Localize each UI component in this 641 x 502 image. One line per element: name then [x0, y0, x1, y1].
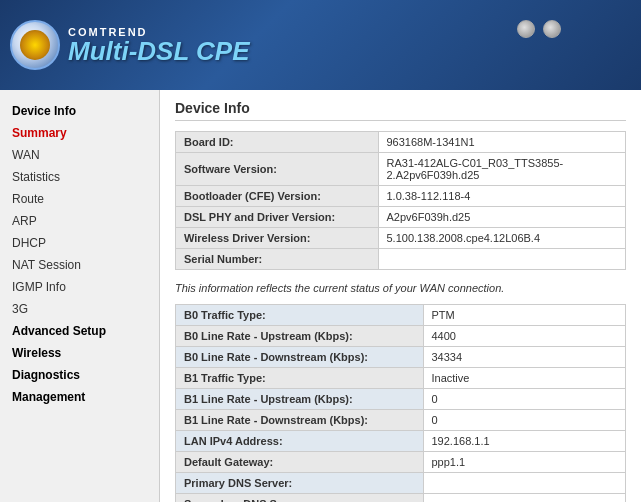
info-value	[378, 249, 626, 270]
content-area: Device Info Board ID:963168M-1341N1Softw…	[160, 90, 641, 502]
status-label: B1 Line Rate - Upstream (Kbps):	[176, 389, 424, 410]
sidebar-item-3g[interactable]: 3G	[0, 298, 159, 320]
main-container: Device InfoSummaryWANStatisticsRouteARPD…	[0, 90, 641, 502]
info-label: Bootloader (CFE) Version:	[176, 186, 379, 207]
table-row: B0 Traffic Type:PTM	[176, 305, 626, 326]
status-value	[423, 494, 626, 503]
header: COMTREND Multi-DSL CPE	[0, 0, 641, 90]
status-value	[423, 473, 626, 494]
sidebar-item-route[interactable]: Route	[0, 188, 159, 210]
sidebar-item-summary[interactable]: Summary	[0, 122, 159, 144]
table-row: Primary DNS Server:	[176, 473, 626, 494]
status-label: Default Gateway:	[176, 452, 424, 473]
info-label: Board ID:	[176, 132, 379, 153]
info-value: 1.0.38-112.118-4	[378, 186, 626, 207]
page-title: Device Info	[175, 100, 626, 121]
status-value: 0	[423, 410, 626, 431]
wan-notice: This information reflects the current st…	[175, 282, 626, 294]
info-label: Software Version:	[176, 153, 379, 186]
table-row: Secondary DNS Server:	[176, 494, 626, 503]
status-label: B0 Line Rate - Downstream (Kbps):	[176, 347, 424, 368]
table-row: DSL PHY and Driver Version:A2pv6F039h.d2…	[176, 207, 626, 228]
info-value: 5.100.138.2008.cpe4.12L06B.4	[378, 228, 626, 249]
product-name: Multi-DSL CPE	[68, 38, 250, 64]
table-row: B1 Line Rate - Downstream (Kbps):0	[176, 410, 626, 431]
dot-2	[543, 20, 561, 38]
status-value: ppp1.1	[423, 452, 626, 473]
status-table: B0 Traffic Type:PTMB0 Line Rate - Upstre…	[175, 304, 626, 502]
table-row: Wireless Driver Version:5.100.138.2008.c…	[176, 228, 626, 249]
sidebar-item-diagnostics[interactable]: Diagnostics	[0, 364, 159, 386]
table-row: LAN IPv4 Address:192.168.1.1	[176, 431, 626, 452]
sidebar-item-advanced-setup[interactable]: Advanced Setup	[0, 320, 159, 342]
info-value: RA31-412ALG-C01_R03_TTS3855-2.A2pv6F039h…	[378, 153, 626, 186]
logo-text: COMTREND Multi-DSL CPE	[68, 26, 250, 64]
table-row: B1 Line Rate - Upstream (Kbps):0	[176, 389, 626, 410]
sidebar-item-arp[interactable]: ARP	[0, 210, 159, 232]
sidebar-item-device-info[interactable]: Device Info	[0, 100, 159, 122]
logo-inner-icon	[20, 30, 50, 60]
table-row: B1 Traffic Type:Inactive	[176, 368, 626, 389]
table-row: Bootloader (CFE) Version:1.0.38-112.118-…	[176, 186, 626, 207]
table-row: Software Version:RA31-412ALG-C01_R03_TTS…	[176, 153, 626, 186]
logo: COMTREND Multi-DSL CPE	[10, 20, 250, 70]
sidebar: Device InfoSummaryWANStatisticsRouteARPD…	[0, 90, 160, 502]
header-dots	[517, 20, 561, 38]
sidebar-item-nat-session[interactable]: NAT Session	[0, 254, 159, 276]
table-row: B0 Line Rate - Upstream (Kbps):4400	[176, 326, 626, 347]
status-label: Primary DNS Server:	[176, 473, 424, 494]
status-value: 192.168.1.1	[423, 431, 626, 452]
table-row: Serial Number:	[176, 249, 626, 270]
status-value: PTM	[423, 305, 626, 326]
status-value: Inactive	[423, 368, 626, 389]
sidebar-item-management[interactable]: Management	[0, 386, 159, 408]
sidebar-item-dhcp[interactable]: DHCP	[0, 232, 159, 254]
table-row: Board ID:963168M-1341N1	[176, 132, 626, 153]
status-value: 34334	[423, 347, 626, 368]
sidebar-item-wireless[interactable]: Wireless	[0, 342, 159, 364]
info-table: Board ID:963168M-1341N1Software Version:…	[175, 131, 626, 270]
status-label: B1 Line Rate - Downstream (Kbps):	[176, 410, 424, 431]
status-label: LAN IPv4 Address:	[176, 431, 424, 452]
table-row: B0 Line Rate - Downstream (Kbps):34334	[176, 347, 626, 368]
sidebar-item-igmp-info[interactable]: IGMP Info	[0, 276, 159, 298]
dot-1	[517, 20, 535, 38]
status-value: 0	[423, 389, 626, 410]
info-label: Wireless Driver Version:	[176, 228, 379, 249]
status-label: Secondary DNS Server:	[176, 494, 424, 503]
info-label: DSL PHY and Driver Version:	[176, 207, 379, 228]
status-value: 4400	[423, 326, 626, 347]
info-label: Serial Number:	[176, 249, 379, 270]
info-value: A2pv6F039h.d25	[378, 207, 626, 228]
status-label: B0 Line Rate - Upstream (Kbps):	[176, 326, 424, 347]
sidebar-item-wan[interactable]: WAN	[0, 144, 159, 166]
table-row: Default Gateway:ppp1.1	[176, 452, 626, 473]
logo-icon	[10, 20, 60, 70]
info-value: 963168M-1341N1	[378, 132, 626, 153]
status-label: B0 Traffic Type:	[176, 305, 424, 326]
status-label: B1 Traffic Type:	[176, 368, 424, 389]
sidebar-item-statistics[interactable]: Statistics	[0, 166, 159, 188]
